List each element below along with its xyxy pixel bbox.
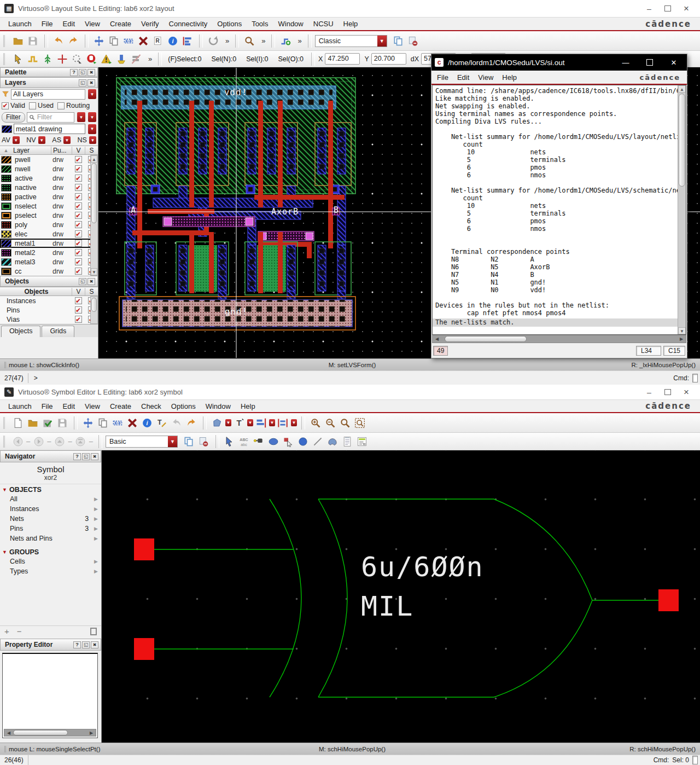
dropdown-icon[interactable]	[88, 124, 96, 134]
menu-item[interactable]: View	[80, 19, 105, 29]
open-file-icon[interactable]	[10, 33, 25, 48]
dropdown-icon[interactable]	[38, 136, 45, 144]
object-visible-checkbox[interactable]	[75, 297, 82, 304]
object-row[interactable]: Pins	[0, 305, 98, 315]
menu-item[interactable]: Check	[136, 401, 166, 412]
expand-icon[interactable]	[94, 516, 98, 521]
workspace-combo[interactable]: Classic	[315, 35, 387, 47]
layer-mode-button[interactable]: NS	[78, 136, 87, 144]
sort-icon[interactable]	[0, 148, 12, 153]
toolbar-grip[interactable]	[3, 53, 7, 65]
scroll-down-icon[interactable]: ▼	[91, 268, 97, 275]
expand-icon[interactable]	[94, 569, 98, 574]
lvs-horizontal-scrollbar[interactable]: ◀ ▶	[432, 335, 686, 343]
cmd-input[interactable]	[692, 756, 698, 764]
layer-mode-button[interactable]: NV	[26, 136, 36, 144]
property-editor-body[interactable]: ◀ ▶	[2, 653, 98, 738]
layer-row[interactable]: pactive drw	[0, 192, 98, 201]
toolbar-grip[interactable]	[3, 35, 7, 47]
input-pin-a[interactable]	[134, 538, 154, 560]
layer-row[interactable]: nwell drw	[0, 164, 98, 173]
layer-visible-checkbox[interactable]	[75, 230, 82, 237]
layer-blockage-icon[interactable]	[129, 51, 143, 66]
object-visible-checkbox[interactable]	[75, 316, 82, 323]
remove-filter-button[interactable]: −	[17, 627, 22, 636]
close-panel-icon[interactable]	[91, 641, 98, 648]
maximize-button[interactable]	[658, 3, 677, 15]
menu-item[interactable]: File	[37, 19, 58, 29]
save-icon[interactable]	[25, 33, 40, 48]
navigator-item[interactable]: Types	[0, 566, 101, 576]
zoom-absolute-icon[interactable]	[337, 415, 352, 430]
select-icon[interactable]	[222, 434, 237, 449]
copy-icon[interactable]	[95, 415, 110, 430]
scroll-right-icon[interactable]: ▶	[87, 729, 96, 737]
nav-up-icon[interactable]	[52, 434, 67, 449]
align-icon[interactable]	[180, 33, 195, 48]
objects-section-header[interactable]: OBJECTS	[0, 484, 101, 494]
line-icon[interactable]	[311, 434, 325, 449]
scroll-left-icon[interactable]: ◀	[433, 335, 441, 343]
close-button[interactable]	[677, 386, 696, 398]
add-filter-button[interactable]: +	[4, 627, 9, 636]
menu-item[interactable]: Create	[105, 401, 136, 412]
navigator-item[interactable]: Nets 3	[0, 514, 101, 524]
close-button[interactable]	[677, 3, 696, 15]
output-pin[interactable]	[658, 589, 679, 611]
undo-icon[interactable]	[169, 415, 184, 430]
menu-item[interactable]: Help	[498, 73, 521, 82]
toolbar-grip[interactable]	[3, 417, 7, 429]
expand-icon[interactable]	[94, 536, 98, 541]
input-pin-b[interactable]	[134, 638, 154, 660]
float-panel-icon[interactable]	[79, 278, 86, 285]
navigator-item[interactable]: Cells	[0, 557, 101, 566]
menu-item[interactable]: File	[37, 401, 58, 412]
display-options-icon[interactable]	[182, 434, 196, 449]
layer-row[interactable]: pselect drw	[0, 211, 98, 220]
layer-visible-checkbox[interactable]	[75, 202, 82, 210]
copy-icon[interactable]	[106, 33, 121, 48]
help-icon[interactable]	[70, 69, 78, 76]
nav-top-icon[interactable]	[73, 434, 88, 449]
dropdown-icon[interactable]	[63, 136, 71, 144]
expand-icon[interactable]	[94, 506, 98, 512]
menu-item[interactable]: View	[474, 73, 498, 82]
arc-icon[interactable]	[325, 434, 340, 449]
maximize-button[interactable]	[658, 386, 677, 398]
routing-checkbox[interactable]	[57, 102, 65, 109]
zoom-in-icon[interactable]	[308, 415, 323, 430]
abc-case-icon[interactable]	[237, 434, 252, 449]
palette-header[interactable]: Palette	[0, 67, 98, 77]
menu-item[interactable]: NCSU	[308, 19, 339, 29]
filter-search-input[interactable]: Filter	[27, 112, 74, 123]
symbol-canvas[interactable]: 6u/6ØØn MIL	[102, 450, 700, 743]
float-panel-icon[interactable]	[79, 79, 86, 86]
stretch-icon[interactable]	[121, 33, 136, 48]
objects-header[interactable]: Objects	[0, 276, 98, 287]
nav-forward-icon[interactable]	[31, 434, 46, 449]
menu-item[interactable]: File	[433, 73, 453, 82]
layers-scrollbar[interactable]: ▲ ▼	[90, 155, 98, 276]
layer-row[interactable]: metal3 drw	[0, 257, 98, 266]
lvs-vertical-scrollbar[interactable]: ▲ ▼	[678, 85, 686, 334]
coord-field[interactable]: 20.700	[371, 53, 406, 65]
dropdown-icon[interactable]	[269, 419, 275, 426]
layer-visible-checkbox[interactable]	[75, 249, 82, 256]
lvs-titlebar[interactable]: c /home/lordm1/CMOSedu/LVS/si.out	[431, 54, 687, 71]
layer-visible-checkbox[interactable]	[75, 165, 82, 172]
help-icon[interactable]	[73, 453, 81, 460]
zoom-out-icon[interactable]	[323, 415, 337, 430]
scroll-up-icon[interactable]: ▲	[91, 155, 97, 163]
toolbar-overflow-icon[interactable]	[145, 55, 155, 63]
menu-item[interactable]: Launch	[3, 19, 37, 29]
layer-mode-button[interactable]: AS	[52, 136, 61, 144]
lvs-text-area[interactable]: Command line: /share/apps/cadence/IC618/…	[432, 85, 686, 335]
layer-row[interactable]: active drw	[0, 173, 98, 183]
layer-visible-checkbox[interactable]	[75, 184, 82, 191]
layer-visible-checkbox[interactable]	[75, 221, 82, 228]
origin-icon[interactable]	[55, 51, 69, 66]
navigator-item[interactable]: Instances	[0, 504, 101, 514]
pin-icon[interactable]	[252, 434, 266, 449]
objects-scrollbar[interactable]	[90, 296, 98, 324]
menu-item[interactable]: Connectivity	[164, 19, 213, 29]
